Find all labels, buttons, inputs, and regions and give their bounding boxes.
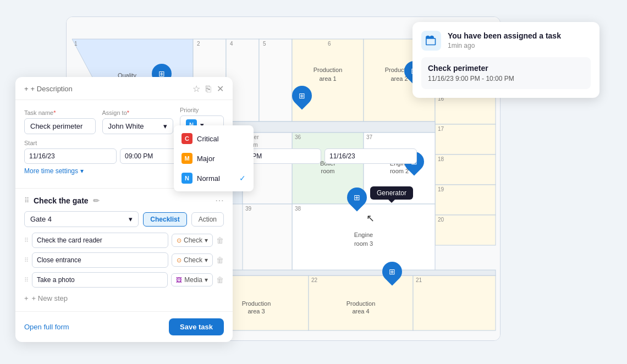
notification-title: You have been assigned a task	[448, 31, 561, 41]
svg-text:18: 18	[438, 156, 444, 162]
step-delete-1[interactable]: 🗑	[216, 236, 224, 245]
chevron-down-icon: ▾	[163, 122, 167, 130]
image-icon-3: 🖼	[176, 277, 182, 283]
chevron-down-small-icon: ▾	[80, 167, 84, 175]
svg-text:room: room	[321, 168, 334, 174]
svg-text:21: 21	[416, 277, 422, 283]
step-chevron-3: ▾	[205, 276, 208, 284]
svg-rect-24	[435, 94, 496, 124]
notification-task-time: 11/16/23 9:00 PM - 10:00 PM	[428, 75, 584, 82]
critical-badge: C	[182, 133, 193, 144]
svg-text:room 3: room 3	[354, 240, 373, 247]
drag-handle-icon[interactable]: ⠿	[24, 197, 29, 205]
svg-text:Production: Production	[346, 300, 376, 307]
generator-pin-area: ⊞ Generator	[347, 187, 367, 212]
step-drag-1[interactable]: ⠿	[24, 237, 29, 244]
svg-rect-51	[243, 204, 292, 275]
svg-text:1: 1	[74, 41, 78, 47]
svg-rect-32	[435, 215, 496, 245]
task-name-field: Task name*	[24, 109, 96, 134]
step-input-1[interactable]	[32, 233, 168, 248]
svg-text:Production: Production	[242, 300, 271, 307]
checklist-title-row: ⠿ Check the gate ✏	[24, 196, 100, 205]
svg-text:22: 22	[311, 277, 318, 283]
major-badge: M	[182, 153, 193, 164]
qr-pin-prod1[interactable]: ⊞	[292, 86, 312, 110]
assign-to-select[interactable]: John White ▾	[102, 118, 174, 134]
close-icon[interactable]: ✕	[217, 84, 224, 94]
step-delete-2[interactable]: 🗑	[216, 256, 224, 264]
svg-text:4: 4	[230, 41, 233, 47]
checklist-tab[interactable]: Checklist	[143, 212, 186, 227]
svg-text:Production: Production	[314, 67, 343, 73]
add-description-btn[interactable]: + + Description	[24, 85, 73, 93]
svg-text:Engine: Engine	[354, 231, 373, 238]
task-panel-footer: Open full form Save task	[15, 311, 233, 342]
notification-task-name: Check perimeter	[428, 64, 584, 73]
priority-option-normal[interactable]: N Normal ✓	[174, 168, 254, 188]
priority-label: Priority	[180, 107, 224, 113]
edit-title-icon[interactable]: ✏	[93, 196, 100, 205]
svg-rect-65	[413, 275, 496, 330]
step-drag-3[interactable]: ⠿	[24, 277, 29, 284]
svg-text:17: 17	[438, 126, 444, 132]
svg-text:19: 19	[438, 186, 444, 192]
step-delete-3[interactable]: 🗑	[216, 275, 224, 284]
checklist-section: ⠿ Check the gate ✏ ⋯ Gate 4 ▾ Checklist …	[15, 188, 233, 311]
svg-text:area 4: area 4	[352, 308, 369, 315]
location-select[interactable]: Gate 4 ▾	[24, 211, 139, 227]
svg-text:area 1: area 1	[319, 75, 336, 82]
save-task-button[interactable]: Save task	[169, 318, 224, 335]
qr-pin-generator[interactable]: ⊞	[347, 187, 367, 212]
copy-icon[interactable]: ⎘	[206, 84, 211, 94]
notification-body: Check perimeter 11/16/23 9:00 PM - 10:00…	[421, 57, 591, 89]
svg-rect-47	[292, 204, 435, 275]
notification-time: 1min ago	[448, 42, 561, 49]
step-type-2[interactable]: ⊙ Check ▾	[172, 253, 213, 267]
svg-rect-30	[435, 185, 496, 215]
check-circle-icon-2: ⊙	[177, 257, 182, 264]
more-options-icon[interactable]: ⋯	[215, 195, 224, 206]
qr-pin-bottom2[interactable]: ⊞	[382, 262, 402, 286]
step-row-1: ⠿ ⊙ Check ▾ 🗑	[24, 233, 224, 248]
step-row-3: ⠿ 🖼 Media ▾ 🗑	[24, 272, 224, 288]
svg-text:6: 6	[328, 41, 331, 47]
end-date-input[interactable]	[324, 148, 417, 164]
task-panel-action-icons: ☆ ⎘ ✕	[193, 84, 224, 94]
add-step-plus-icon: +	[24, 294, 29, 302]
svg-rect-10	[259, 39, 292, 122]
svg-text:area 3: area 3	[248, 308, 265, 315]
step-chevron-2: ▾	[205, 256, 208, 264]
star-icon[interactable]: ☆	[193, 84, 200, 94]
step-chevron-1: ▾	[205, 236, 208, 244]
check-circle-icon-1: ⊙	[177, 237, 182, 244]
step-input-2[interactable]	[32, 252, 168, 268]
task-name-input[interactable]	[24, 118, 96, 134]
svg-text:39: 39	[245, 206, 252, 212]
step-type-1[interactable]: ⊙ Check ▾	[172, 234, 213, 247]
priority-option-major[interactable]: M Major	[174, 148, 254, 168]
checklist-title-text: Check the gate	[34, 196, 89, 205]
notification-icon	[421, 31, 441, 51]
action-tab[interactable]: Action	[191, 212, 224, 227]
plus-icon: +	[24, 85, 29, 93]
end-date-group: End	[229, 140, 417, 164]
notification-header: You have been assigned a task 1min ago	[421, 31, 591, 51]
notification-card: You have been assigned a task 1min ago C…	[413, 22, 600, 98]
end-label: End	[229, 140, 417, 146]
step-drag-2[interactable]: ⠿	[24, 257, 29, 264]
task-panel-header: + + Description ☆ ⎘ ✕	[15, 77, 233, 100]
task-name-label: Task name*	[24, 109, 96, 116]
add-step-btn[interactable]: + + New step	[24, 292, 224, 305]
location-chevron-icon: ▾	[129, 215, 133, 223]
start-date-input[interactable]	[24, 148, 117, 164]
open-full-form-link[interactable]: Open full form	[24, 323, 69, 331]
task-panel: + + Description ☆ ⎘ ✕ Task name* Assign …	[15, 77, 233, 342]
step-input-3[interactable]	[32, 272, 168, 288]
assign-to-label: Assign to*	[102, 109, 174, 116]
svg-rect-26	[435, 124, 496, 155]
svg-text:2: 2	[197, 41, 200, 47]
step-type-3[interactable]: 🖼 Media ▾	[171, 273, 213, 286]
selected-check-icon: ✓	[239, 174, 246, 183]
priority-option-critical[interactable]: C Critical	[174, 129, 254, 148]
